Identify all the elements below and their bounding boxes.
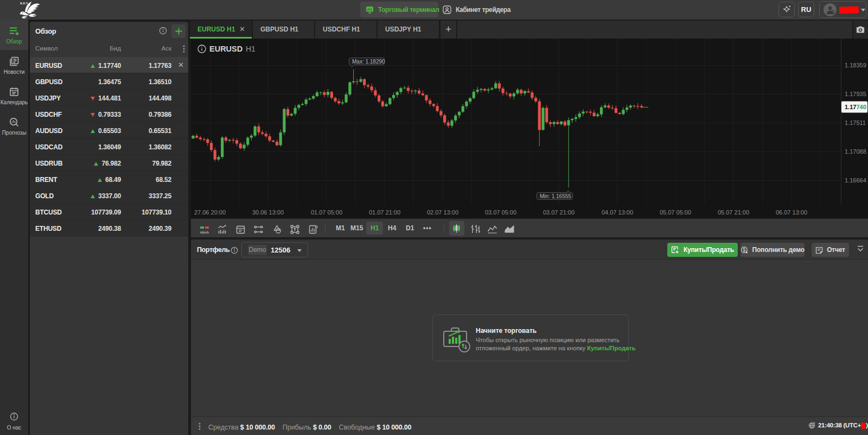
svg-text:Min: 1.16555: Min: 1.16555 bbox=[540, 193, 571, 199]
svg-text:EURUSD: EURUSD bbox=[209, 45, 242, 53]
svg-text:01.07 21:00: 01.07 21:00 bbox=[369, 209, 400, 216]
svg-text:1.16664: 1.16664 bbox=[845, 177, 866, 184]
svg-text:1.17740: 1.17740 bbox=[845, 104, 866, 110]
svg-text:03.07 05:00: 03.07 05:00 bbox=[485, 209, 516, 216]
svg-text:Max: 1.18290: Max: 1.18290 bbox=[352, 59, 385, 65]
svg-text:06.07 13:00: 06.07 13:00 bbox=[776, 209, 807, 216]
svg-text:R.D.V.: R.D.V. bbox=[20, 2, 29, 5]
svg-text:H1: H1 bbox=[246, 45, 256, 53]
svg-text:30.06 13:00: 30.06 13:00 bbox=[252, 209, 284, 216]
svg-text:01.07 05:00: 01.07 05:00 bbox=[311, 209, 342, 216]
svg-text:04.07 13:00: 04.07 13:00 bbox=[602, 209, 633, 216]
svg-text:02.07 13:00: 02.07 13:00 bbox=[427, 209, 458, 216]
svg-text:1.17511: 1.17511 bbox=[845, 119, 866, 126]
svg-text:27.06 20:00: 27.06 20:00 bbox=[194, 209, 226, 216]
svg-text:05.07 21:00: 05.07 21:00 bbox=[718, 209, 749, 216]
svg-text:05.07 05:00: 05.07 05:00 bbox=[660, 209, 691, 216]
svg-text:1.17935: 1.17935 bbox=[845, 91, 866, 97]
svg-text:03.07 21:00: 03.07 21:00 bbox=[543, 209, 575, 216]
svg-text:1.17088: 1.17088 bbox=[845, 148, 866, 155]
svg-text:1.18359: 1.18359 bbox=[845, 62, 866, 68]
